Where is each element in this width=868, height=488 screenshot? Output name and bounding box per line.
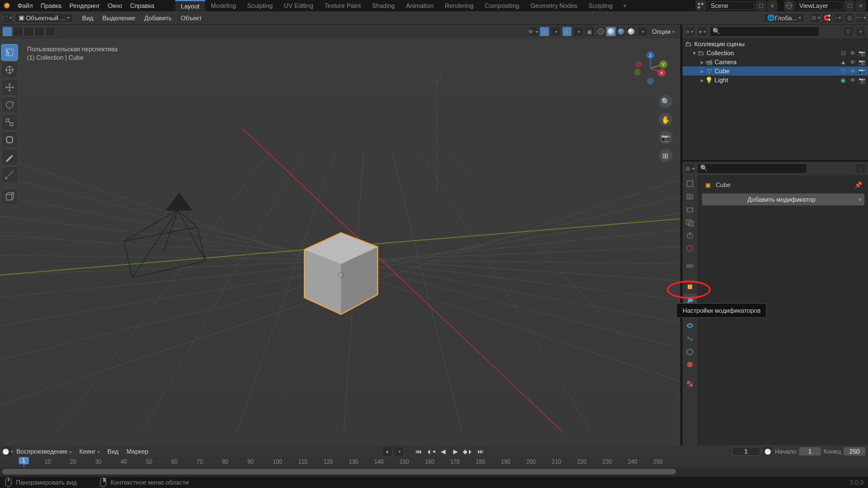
proportional-icon[interactable]: ◎: [844, 13, 854, 23]
tl-menu-воспроизведение[interactable]: Воспроизведение: [12, 448, 76, 455]
exclude-toggle-icon[interactable]: ☑: [840, 49, 848, 57]
disclosure-icon[interactable]: ▾: [693, 50, 696, 57]
scene-name-input[interactable]: [707, 1, 755, 10]
nav-gizmo[interactable]: X Y Z: [631, 48, 670, 88]
snap-toggle-icon[interactable]: 🧲: [822, 13, 832, 23]
current-frame-input[interactable]: [732, 447, 760, 456]
collection-tab-icon[interactable]: [683, 261, 697, 274]
viewport-3d[interactable]: Пользовательская перспектива (1) Collect…: [0, 38, 680, 433]
zoom-icon[interactable]: 🔍: [659, 95, 672, 108]
material-tab-icon[interactable]: [683, 358, 697, 371]
select-mode-5-icon[interactable]: [45, 26, 55, 37]
autokey-opts-icon[interactable]: [393, 446, 404, 456]
tab-texture-paint[interactable]: Texture Paint: [319, 0, 366, 11]
tab-animation[interactable]: Animation: [400, 0, 439, 11]
new-viewlayer-icon[interactable]: ☐: [844, 1, 854, 11]
rendered-shading-icon[interactable]: [626, 26, 636, 37]
light-object[interactable]: [432, 73, 441, 196]
keyframe-next-icon[interactable]: ◆⏵: [462, 446, 473, 456]
outliner-item-cube[interactable]: ▸▽Cube▽👁📷: [683, 66, 868, 76]
properties-search-input[interactable]: [697, 163, 807, 174]
gizmo-opts-icon[interactable]: [551, 26, 561, 37]
menu-файл[interactable]: Файл: [14, 2, 37, 9]
render-toggle-icon[interactable]: 📷: [858, 67, 866, 75]
select-mode-4-icon[interactable]: [34, 26, 45, 37]
move-tool-icon[interactable]: [1, 79, 18, 96]
filter-icon[interactable]: ▽: [843, 26, 853, 37]
keyframe-prev-icon[interactable]: ⏴◆: [425, 446, 436, 456]
select-mode-3-icon[interactable]: [24, 26, 34, 37]
tab-sculpting[interactable]: Sculpting: [242, 0, 278, 11]
viewmenu-объект[interactable]: Объект: [176, 15, 206, 21]
viewlayer-name-input[interactable]: [795, 1, 843, 10]
new-scene-icon[interactable]: ☐: [756, 1, 766, 11]
gizmo-toggle-icon[interactable]: ⊕: [539, 26, 550, 37]
object-tab-icon[interactable]: [683, 281, 697, 293]
visible-toggle-icon[interactable]: 👁: [849, 58, 857, 66]
tab-rendering[interactable]: Rendering: [439, 0, 479, 11]
visible-toggle-icon[interactable]: 👁: [849, 67, 857, 75]
overlays-opts-icon[interactable]: [573, 26, 583, 37]
prop-falloff-icon[interactable]: 〰: [856, 13, 866, 23]
editor-type-icon[interactable]: ⬚: [2, 13, 12, 23]
play-reverse-icon[interactable]: ◀: [437, 446, 449, 456]
start-frame-input[interactable]: [799, 447, 821, 456]
disclosure-icon[interactable]: ▸: [701, 68, 704, 75]
rotate-tool-icon[interactable]: [1, 96, 18, 113]
timeline-scrollbar[interactable]: [0, 468, 868, 476]
tab-geometry-nodes[interactable]: Geometry Nodes: [525, 0, 583, 11]
add-workspace-icon[interactable]: +: [618, 2, 631, 9]
physics-tab-icon[interactable]: [683, 320, 697, 332]
outliner-item-camera[interactable]: ▸📹Camera▲👁📷: [683, 57, 868, 66]
solid-shading-icon[interactable]: [606, 26, 616, 37]
options-dropdown[interactable]: Опции: [649, 27, 678, 36]
disclosure-icon[interactable]: ▸: [701, 59, 704, 66]
timeline-ruler[interactable]: 1 01020304050607080901001101201301401501…: [0, 458, 868, 468]
output-tab-icon[interactable]: [683, 203, 697, 216]
jump-end-icon[interactable]: ⏭: [475, 446, 486, 456]
select-box-tool-icon[interactable]: [1, 44, 18, 61]
properties-mode-icon[interactable]: ⚙: [685, 163, 695, 174]
render-toggle-icon[interactable]: 📷: [858, 49, 866, 57]
scene-browse-icon[interactable]: [696, 1, 706, 11]
menu-справка[interactable]: Справка: [126, 2, 158, 9]
viewmenu-вид[interactable]: Вид: [78, 15, 98, 21]
outliner-tree[interactable]: 🗀 Коллекция сцены ▾ 🗀 Collection ☑ 👁 📷 ▸…: [683, 38, 868, 160]
display-mode-icon[interactable]: ▾: [697, 26, 707, 37]
world-tab-icon[interactable]: [683, 242, 697, 255]
viewmenu-выделение[interactable]: Выделение: [98, 15, 140, 21]
play-icon[interactable]: ▶: [450, 446, 461, 456]
tab-uv-editing[interactable]: UV Editing: [278, 0, 319, 11]
object-mode-select[interactable]: ▣ Объектный ...: [15, 13, 73, 23]
tab-layout[interactable]: Layout: [175, 0, 205, 11]
camera-object[interactable]: [124, 193, 206, 278]
disclosure-icon[interactable]: ▸: [701, 77, 704, 84]
snap-options-icon[interactable]: ▫: [833, 13, 843, 23]
menu-правка[interactable]: Правка: [37, 2, 65, 9]
select-mode-2-icon[interactable]: [13, 26, 23, 37]
scene-tab-icon[interactable]: [683, 229, 697, 242]
measure-tool-icon[interactable]: [1, 166, 18, 183]
delete-scene-icon[interactable]: ✕: [767, 1, 777, 11]
new-collection-icon[interactable]: +: [856, 26, 866, 37]
mesh-tab-icon[interactable]: [683, 345, 697, 358]
jump-start-icon[interactable]: ⏮: [413, 446, 424, 456]
visible-toggle-icon[interactable]: 👁: [849, 76, 857, 84]
autokey-icon[interactable]: ●: [382, 446, 392, 456]
render-tab-icon[interactable]: [683, 190, 697, 203]
texture-tab-icon[interactable]: [683, 378, 697, 390]
tl-menu-вид[interactable]: Вид: [104, 448, 123, 455]
scene-collection-row[interactable]: 🗀 Коллекция сцены: [683, 39, 868, 48]
outliner-mode-icon[interactable]: ≡: [685, 26, 695, 37]
render-toggle-icon[interactable]: 📷: [858, 76, 866, 84]
menu-рендеринг[interactable]: Рендеринг: [65, 2, 104, 9]
viewlayer-tab-icon[interactable]: [683, 216, 697, 229]
pin-icon[interactable]: 📌: [854, 181, 862, 189]
overlays-toggle-icon[interactable]: ◉: [562, 26, 572, 37]
cursor-tool-icon[interactable]: [1, 61, 18, 78]
outliner-item-light[interactable]: ▸💡Light◉👁📷: [683, 76, 868, 85]
tl-menu-маркер[interactable]: Маркер: [122, 448, 152, 455]
pivot-point-icon[interactable]: ⊙: [811, 13, 821, 23]
add-modifier-button[interactable]: Добавить модификатор ▾: [702, 193, 865, 206]
viewlayer-browse-icon[interactable]: [784, 1, 794, 11]
